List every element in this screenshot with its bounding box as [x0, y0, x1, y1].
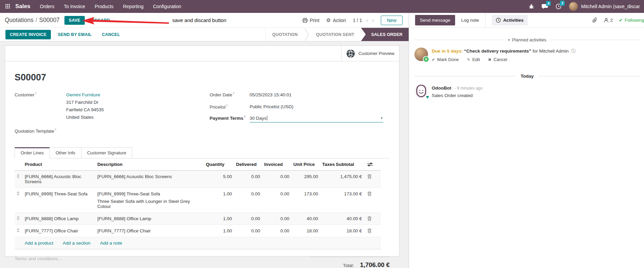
create-invoice-button[interactable]: CREATE INVOICE: [5, 30, 51, 39]
user-menu[interactable]: Mitchell Admin (save_discar: [569, 2, 640, 11]
add-note-link[interactable]: Add a note: [100, 241, 122, 246]
payment-terms-input[interactable]: 30 Days ▼: [250, 116, 383, 122]
breadcrumb-quotations[interactable]: Quotations: [5, 17, 34, 23]
terms-and-conditions-input[interactable]: Terms and conditions...: [15, 256, 62, 268]
cell-invoiced[interactable]: 0.00: [262, 225, 291, 237]
pricelist-help-icon[interactable]: ?: [226, 104, 228, 107]
drag-handle-icon[interactable]: [15, 188, 23, 213]
menu-to-invoice[interactable]: To Invoice: [64, 4, 85, 9]
delete-row-button[interactable]: [364, 171, 381, 188]
cell-delivered[interactable]: 0.00: [234, 171, 262, 188]
drag-handle-icon[interactable]: [15, 225, 23, 237]
tab-order-lines[interactable]: Order Lines: [15, 147, 50, 158]
cell-quantity[interactable]: 1.00: [204, 225, 234, 237]
apps-menu-icon[interactable]: [5, 4, 11, 9]
order-line-row[interactable]: [FURN_7777] Office Chair [FURN_7777] Off…: [15, 225, 381, 237]
menu-orders[interactable]: Orders: [40, 4, 54, 9]
add-section-link[interactable]: Add a section: [63, 241, 91, 246]
cell-product[interactable]: [FURN_8888] Office Lamp: [23, 213, 95, 225]
cell-unit-price[interactable]: 40.00: [291, 213, 320, 225]
delete-row-button[interactable]: [364, 213, 381, 225]
cell-description[interactable]: [FURN_8888] Office Lamp: [95, 213, 204, 225]
debug-icon[interactable]: [529, 4, 534, 9]
send-message-button[interactable]: Send message: [415, 15, 455, 25]
customer-help-icon[interactable]: ?: [35, 92, 37, 95]
activities-clock-icon[interactable]: 2: [555, 3, 562, 9]
cell-taxes[interactable]: [320, 171, 334, 188]
cell-taxes[interactable]: [320, 225, 334, 237]
menu-reporting[interactable]: Reporting: [123, 4, 144, 9]
cell-unit-price[interactable]: 18.00: [291, 225, 320, 237]
save-button[interactable]: SAVE: [64, 16, 85, 25]
app-name[interactable]: Sales: [15, 3, 30, 10]
payment-terms-help-icon[interactable]: ?: [244, 115, 246, 118]
new-button[interactable]: New: [381, 16, 403, 25]
stage-sales-order[interactable]: SALES ORDER: [361, 28, 409, 41]
col-subtotal[interactable]: Subtotal: [334, 158, 364, 171]
cell-unit-price[interactable]: 173.00: [291, 188, 320, 213]
dropdown-arrow-icon[interactable]: ▼: [380, 116, 383, 120]
cell-delivered[interactable]: 0.00: [234, 188, 262, 213]
order-date-value[interactable]: 05/25/2023 15:40:01: [250, 92, 390, 97]
cell-description[interactable]: [FURN_7777] Office Chair: [95, 225, 204, 237]
delete-row-button[interactable]: [364, 188, 381, 213]
order-line-row[interactable]: [FURN_8999] Three-Seat Sofa [FURN_8999] …: [15, 188, 381, 213]
info-icon[interactable]: ⓘ: [571, 49, 575, 54]
planned-activities-toggle[interactable]: ▾ Planned activities: [508, 37, 546, 42]
drag-handle-icon[interactable]: [15, 171, 23, 188]
col-quantity[interactable]: Quantity: [204, 158, 234, 171]
order-line-row[interactable]: [FURN_6666] Acoustic Bloc Screens [FURN_…: [15, 171, 381, 188]
col-product[interactable]: Product: [23, 158, 95, 171]
activities-button[interactable]: Activities: [492, 15, 528, 25]
cell-unit-price[interactable]: 295.00: [291, 171, 320, 188]
action-button[interactable]: ⚙ Action: [326, 17, 346, 23]
tab-customer-signature[interactable]: Customer Signature: [81, 147, 133, 158]
cell-delivered[interactable]: 0.00: [234, 225, 262, 237]
cell-quantity[interactable]: 1.00: [204, 213, 234, 225]
cell-invoiced[interactable]: 0.00: [262, 188, 291, 213]
col-delivered[interactable]: Delivered: [234, 158, 262, 171]
cell-quantity[interactable]: 5.00: [204, 171, 234, 188]
customer-preview-button[interactable]: Customer Preview: [341, 46, 399, 61]
cell-product[interactable]: [FURN_7777] Office Chair: [23, 225, 95, 237]
col-taxes[interactable]: Taxes: [320, 158, 334, 171]
cancel-button[interactable]: CANCEL: [98, 30, 123, 39]
quotation-template-help-icon[interactable]: ?: [55, 128, 56, 131]
cell-product[interactable]: [FURN_8999] Three-Seat Sofa: [23, 188, 95, 213]
col-invoiced[interactable]: Invoiced: [262, 158, 291, 171]
customer-link[interactable]: Gemini Furniture: [66, 92, 196, 97]
order-line-row[interactable]: [FURN_8888] Office Lamp [FURN_8888] Offi…: [15, 213, 381, 225]
stage-quotation[interactable]: QUOTATION: [266, 28, 305, 41]
send-by-email-button[interactable]: SEND BY EMAIL: [54, 30, 95, 39]
optional-columns-button[interactable]: [364, 158, 381, 171]
order-date-help-icon[interactable]: ?: [233, 92, 234, 95]
log-note-button[interactable]: Log note: [461, 18, 479, 23]
cell-product[interactable]: [FURN_6666] Acoustic Bloc Screens: [23, 171, 95, 188]
cell-invoiced[interactable]: 0.00: [262, 213, 291, 225]
pager-previous-icon[interactable]: ‹: [366, 17, 368, 24]
menu-products[interactable]: Products: [95, 4, 113, 9]
delete-row-button[interactable]: [364, 225, 381, 237]
menu-configuration[interactable]: Configuration: [153, 4, 181, 9]
drag-handle-icon[interactable]: [15, 213, 23, 225]
messages-icon[interactable]: 4: [542, 4, 548, 9]
mark-done-button[interactable]: ✔ Mark Done: [432, 57, 459, 62]
pricelist-value[interactable]: Public Pricelist (USD): [250, 104, 390, 109]
following-button[interactable]: ✔ Following: [619, 18, 644, 23]
col-unit-price[interactable]: Unit Price: [291, 158, 320, 171]
cell-description[interactable]: [FURN_6666] Acoustic Bloc Screens: [95, 171, 204, 188]
discard-button[interactable]: DISCARD: [90, 18, 110, 23]
pager-next-icon[interactable]: ›: [372, 17, 374, 24]
cell-taxes[interactable]: [320, 188, 334, 213]
cell-quantity[interactable]: 1.00: [204, 188, 234, 213]
cell-delivered[interactable]: 0.00: [234, 213, 262, 225]
followers-button[interactable]: 2: [604, 18, 613, 23]
cancel-activity-button[interactable]: ✖ Cancel: [488, 57, 507, 62]
stage-quotation-sent[interactable]: QUOTATION SENT: [309, 28, 361, 41]
cell-taxes[interactable]: [320, 213, 334, 225]
cell-description[interactable]: [FURN_8999] Three-Seat Sofa Three Seater…: [95, 188, 204, 213]
col-description[interactable]: Description: [95, 158, 204, 171]
edit-activity-button[interactable]: ✎ Edit: [467, 57, 480, 62]
tab-other-info[interactable]: Other Info: [50, 147, 81, 158]
add-product-link[interactable]: Add a product: [25, 241, 53, 246]
